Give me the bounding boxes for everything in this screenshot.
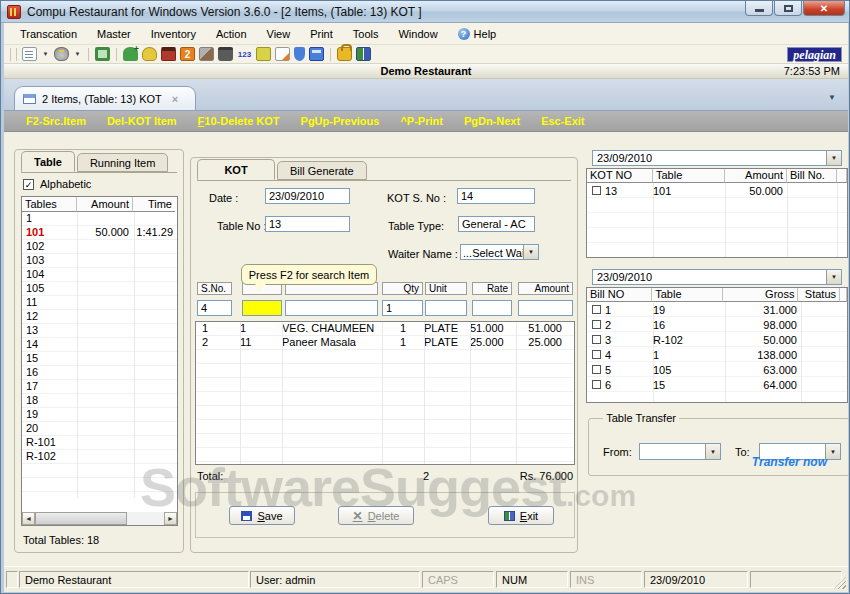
kot-col-table[interactable]: Table — [653, 169, 725, 183]
bill-list-row[interactable]: 3 R-102 50.000 — [587, 332, 847, 347]
grid-header-sno[interactable]: S.No. — [197, 282, 232, 295]
bill-col-status[interactable]: Status — [798, 288, 840, 302]
date-field[interactable]: 23/09/2010 — [265, 188, 350, 204]
kot-2-icon[interactable]: 2 — [180, 47, 195, 61]
table-row[interactable]: 13 — [22, 324, 177, 338]
bill-date-picker[interactable]: 23/09/2010 ▼ — [592, 269, 842, 285]
close-button[interactable]: ✕ — [803, 1, 845, 16]
tab-running-item[interactable]: Running Item — [77, 153, 168, 172]
hotkey-item[interactable]: PgDn-Next — [464, 115, 520, 127]
menu-item[interactable]: Transcation — [10, 25, 87, 43]
row-checkbox[interactable] — [592, 186, 601, 195]
tools-hammer-icon[interactable] — [199, 47, 214, 61]
row-checkbox[interactable] — [592, 320, 601, 329]
tab-bill-generate[interactable]: Bill Generate — [277, 161, 367, 180]
jar-icon[interactable] — [161, 47, 176, 61]
bill-list-row[interactable]: 5 105 63.000 — [587, 362, 847, 377]
column-header-amount[interactable]: Amount — [77, 197, 133, 212]
table-row[interactable]: 12 — [22, 310, 177, 324]
menu-item[interactable]: Print — [300, 25, 343, 43]
waiter-select[interactable]: ...Select Waite ▼ — [460, 244, 539, 260]
table-row[interactable]: 20 — [22, 422, 177, 436]
menu-item[interactable]: Window — [388, 25, 447, 43]
edit-note-icon[interactable] — [275, 47, 290, 61]
new-kot-dropdown-icon[interactable]: ▼ — [41, 47, 50, 61]
toolbar-separator[interactable] — [330, 48, 331, 61]
numbers-icon[interactable]: 123 — [237, 47, 252, 61]
bill-list-row[interactable]: 4 1 138.000 — [587, 347, 847, 362]
table-row[interactable]: 1 — [22, 212, 177, 226]
table-row[interactable]: 14 — [22, 338, 177, 352]
table-row[interactable]: 16 — [22, 366, 177, 380]
table-row[interactable]: 105 — [22, 282, 177, 296]
grid-header-amount[interactable]: Amount — [518, 282, 573, 295]
horizontal-scrollbar[interactable]: ◄ ► — [22, 512, 177, 525]
bill-list-row[interactable]: 2 16 98.000 — [587, 317, 847, 332]
entry-unit-field[interactable] — [425, 300, 467, 316]
menu-item[interactable]: Inventory — [141, 25, 206, 43]
bill-list-row[interactable]: 6 15 64.000 — [587, 377, 847, 392]
grid-header-rate[interactable]: Rate — [472, 282, 512, 295]
grid-header-qty[interactable]: Qty — [382, 282, 423, 295]
add-person-icon[interactable] — [123, 47, 138, 61]
table-row[interactable]: 17 — [22, 380, 177, 394]
entry-qty-field[interactable]: 1 — [382, 300, 423, 316]
scroll-left-icon[interactable]: ◄ — [22, 512, 35, 525]
table-row[interactable]: R-101 — [22, 436, 177, 450]
kot-col-amount[interactable]: Amount — [725, 169, 787, 183]
goblet-icon[interactable] — [294, 47, 305, 61]
flash-icon[interactable] — [256, 47, 271, 61]
key-icon[interactable] — [142, 47, 157, 61]
table-row[interactable]: 104 — [22, 268, 177, 282]
from-select[interactable]: ▼ — [639, 443, 721, 460]
column-header-time[interactable]: Time — [133, 197, 175, 212]
bill-list-row[interactable]: 1 19 31.000 — [587, 302, 847, 317]
table-row[interactable]: 102 — [22, 240, 177, 254]
delete-button[interactable]: ✕ Delete — [338, 506, 414, 525]
payment-icon[interactable] — [54, 47, 69, 61]
entry-item-field[interactable] — [285, 300, 378, 316]
hotkey-item[interactable]: ^P-Print — [400, 115, 442, 127]
row-checkbox[interactable] — [592, 335, 601, 344]
payment-dropdown-icon[interactable]: ▼ — [73, 47, 82, 61]
menu-item[interactable]: View — [257, 25, 301, 43]
from-dropdown-icon[interactable]: ▼ — [705, 444, 720, 459]
hotkey-item[interactable]: F2-Src.Item — [26, 115, 86, 127]
kot-item-row[interactable]: 1 1 VEG. CHAUMEEN 1 PLATE 51.000 51.000 — [196, 322, 574, 336]
menu-item[interactable]: Action — [206, 25, 257, 43]
grid-header-unit[interactable]: Unit — [425, 282, 467, 295]
tab-list-dropdown-icon[interactable]: ▼ — [828, 93, 836, 102]
kot-date-dropdown-icon[interactable]: ▼ — [826, 151, 841, 165]
table-row[interactable]: 103 — [22, 254, 177, 268]
delete-icon[interactable] — [218, 47, 233, 61]
bill-date-dropdown-icon[interactable]: ▼ — [826, 270, 841, 284]
bill-col-no[interactable]: Bill NO — [587, 288, 652, 302]
row-checkbox[interactable] — [592, 305, 601, 314]
table-row[interactable]: 19 — [22, 408, 177, 422]
row-checkbox[interactable] — [592, 380, 601, 389]
entry-code-field[interactable] — [242, 300, 282, 316]
hotkey-item[interactable]: Esc-Exit — [541, 115, 584, 127]
hotkey-item[interactable]: PgUp-Previous — [301, 115, 380, 127]
maximize-button[interactable] — [774, 1, 802, 16]
table-no-field[interactable]: 13 — [265, 216, 350, 232]
table-type-field[interactable]: General - AC — [458, 216, 535, 232]
bill-col-amount[interactable]: Gross Amount — [723, 288, 798, 302]
hotkey-item[interactable]: Del-KOT Item — [107, 115, 177, 127]
transfer-now-link[interactable]: Transfer now — [752, 455, 827, 469]
tab-close-icon[interactable]: × — [172, 93, 178, 105]
tab-kot[interactable]: KOT — [197, 159, 275, 180]
exit-door-icon[interactable] — [356, 47, 371, 61]
new-kot-icon[interactable] — [22, 47, 37, 61]
calculator-icon[interactable] — [309, 47, 324, 61]
menu-item[interactable]: Help — [448, 25, 507, 43]
kot-date-picker[interactable]: 23/09/2010 ▼ — [592, 150, 842, 166]
kot-sno-field[interactable]: 14 — [457, 188, 535, 204]
toolbar-separator[interactable] — [116, 48, 117, 61]
table-row[interactable]: 101 50.000 1:41.29 — [22, 226, 177, 240]
kot-list-row[interactable]: 13 101 50.000 — [587, 183, 847, 198]
row-checkbox[interactable] — [592, 365, 601, 374]
exit-button[interactable]: Exit — [488, 506, 554, 525]
kot-item-row[interactable]: 2 11 Paneer Masala 1 PLATE 25.000 25.000 — [196, 336, 574, 350]
menu-item[interactable]: Tools — [343, 25, 389, 43]
